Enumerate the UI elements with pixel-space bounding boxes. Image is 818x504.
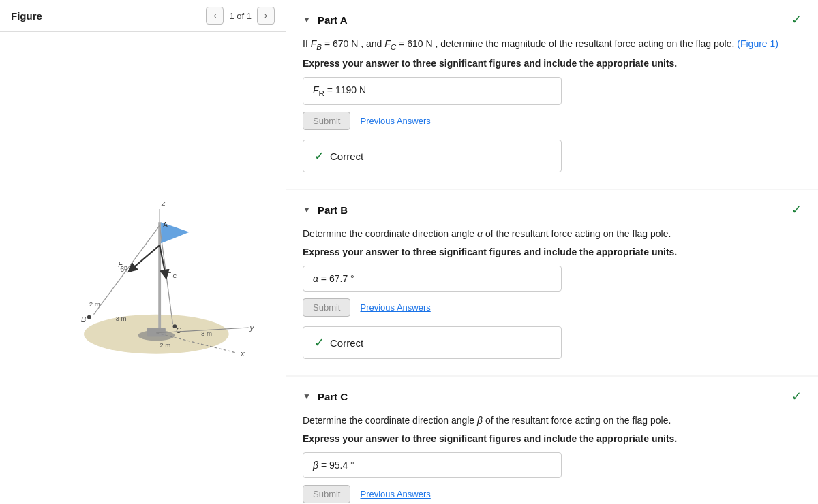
part-b-question: Determine the coordinate direction angle… xyxy=(303,227,802,241)
part-a-submit-button[interactable]: Submit xyxy=(303,112,350,130)
nav-prev-button[interactable]: ‹ xyxy=(206,7,224,25)
figure-link-a[interactable]: (Figure 1) xyxy=(737,38,778,49)
svg-text:3 m: 3 m xyxy=(201,329,212,336)
svg-text:C: C xyxy=(172,272,177,279)
part-b-instruction: Express your answer to three significant… xyxy=(303,247,802,257)
figure-title: Figure xyxy=(11,10,42,22)
part-b-answer-text: α = 67.7 ° xyxy=(313,273,354,284)
figure-image: x y z A 6 m F B F C xyxy=(0,32,286,504)
part-b-correct-box: ✓ Correct xyxy=(303,326,562,359)
svg-text:y: y xyxy=(249,322,254,331)
svg-text:F: F xyxy=(166,268,171,276)
right-panel: ▼ Part A ✓ If FB = 670 N , and FC = 610 … xyxy=(286,0,818,504)
part-b-prev-answers[interactable]: Previous Answers xyxy=(360,302,430,313)
part-a-section: ▼ Part A ✓ If FB = 670 N , and FC = 610 … xyxy=(286,0,818,189)
svg-text:2 m: 2 m xyxy=(160,341,170,349)
svg-text:F: F xyxy=(118,260,123,268)
part-a-correct-text: Correct xyxy=(330,151,363,162)
part-c-question: Determine the coordinate direction angle… xyxy=(303,413,802,428)
part-b-submit-button[interactable]: Submit xyxy=(303,298,350,317)
part-a-prev-answers[interactable]: Previous Answers xyxy=(360,116,430,126)
svg-text:B: B xyxy=(81,315,86,324)
part-a-instruction: Express your answer to three significant… xyxy=(303,58,802,69)
part-c-prev-answers[interactable]: Previous Answers xyxy=(360,489,430,499)
part-c-instruction: Express your answer to three significant… xyxy=(303,433,802,444)
figure-header: Figure ‹ 1 of 1 › xyxy=(0,0,286,32)
svg-line-15 xyxy=(128,245,159,272)
part-c-check-icon: ✓ xyxy=(791,389,802,404)
part-b-submit-row: Submit Previous Answers xyxy=(303,298,802,317)
svg-text:C: C xyxy=(176,326,181,334)
part-c-answer-text: β = 95.4 ° xyxy=(313,460,354,471)
part-c-submit-row: Submit Previous Answers xyxy=(303,485,802,503)
svg-text:z: z xyxy=(161,198,166,207)
svg-text:3 m: 3 m xyxy=(115,315,126,322)
part-a-answer-text: FR = 1190 N xyxy=(313,84,366,97)
svg-text:2 m: 2 m xyxy=(89,300,100,308)
part-c-header: ▼ Part C ✓ xyxy=(303,389,802,404)
part-a-submit-row: Submit Previous Answers xyxy=(303,112,802,130)
part-c-section: ▼ Part C ✓ Determine the coordinate dire… xyxy=(286,377,818,504)
part-a-chevron[interactable]: ▼ xyxy=(303,15,311,25)
svg-text:A: A xyxy=(163,221,168,229)
left-panel: Figure ‹ 1 of 1 › xyxy=(0,0,286,504)
part-a-check-icon: ✓ xyxy=(791,12,802,27)
nav-count: 1 of 1 xyxy=(229,11,252,21)
part-b-header: ▼ Part B ✓ xyxy=(303,202,802,217)
part-b-correct-text: Correct xyxy=(330,337,363,349)
part-a-correct-icon: ✓ xyxy=(314,148,324,163)
part-b-label: Part B xyxy=(318,204,348,216)
part-b-chevron[interactable]: ▼ xyxy=(303,205,311,215)
part-c-answer-box: β = 95.4 ° xyxy=(303,452,562,478)
part-a-question: If FB = 670 N , and FC = 610 N , determi… xyxy=(303,37,802,52)
part-b-answer-box: α = 67.7 ° xyxy=(303,266,562,292)
diagram-svg: x y z A 6 m F B F C xyxy=(27,170,259,367)
svg-text:x: x xyxy=(240,348,245,357)
part-c-chevron[interactable]: ▼ xyxy=(303,392,311,401)
svg-point-21 xyxy=(87,315,91,319)
part-c-submit-button[interactable]: Submit xyxy=(303,485,350,503)
part-b-correct-icon: ✓ xyxy=(314,335,324,350)
figure-nav: ‹ 1 of 1 › xyxy=(206,7,275,25)
nav-next-button[interactable]: › xyxy=(257,7,275,25)
part-a-correct-box: ✓ Correct xyxy=(303,140,562,172)
part-a-header: ▼ Part A ✓ xyxy=(303,12,802,27)
part-b-section: ▼ Part B ✓ Determine the coordinate dire… xyxy=(286,190,818,375)
svg-text:B: B xyxy=(123,264,127,270)
part-c-label: Part C xyxy=(318,391,348,403)
part-a-answer-box: FR = 1190 N xyxy=(303,77,562,105)
part-a-label: Part A xyxy=(318,14,348,26)
part-b-check-icon: ✓ xyxy=(791,202,802,217)
